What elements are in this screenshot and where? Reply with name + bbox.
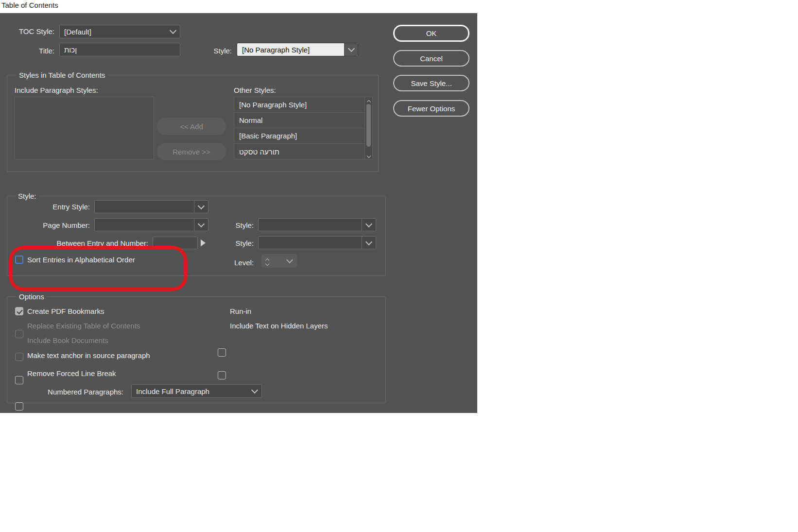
sort-entries-label: Sort Entries in Alphabetical Order — [27, 255, 135, 264]
remove-forced-line-break-label: Remove Forced Line Break — [27, 369, 116, 378]
list-item[interactable]: [Basic Paragraph] — [234, 128, 364, 144]
level-select[interactable] — [273, 254, 297, 268]
make-text-anchor-checkbox[interactable] — [15, 376, 23, 384]
toc-style-value: [Default] — [60, 25, 166, 38]
chevron-down-icon — [166, 25, 180, 38]
cancel-button[interactable]: Cancel — [393, 50, 469, 67]
create-pdf-bookmarks-checkbox[interactable] — [15, 307, 23, 315]
options-group-title: Options — [16, 292, 47, 302]
make-text-anchor-label: Make text anchor in source paragraph — [27, 351, 150, 360]
triangle-right-icon[interactable] — [201, 240, 206, 246]
include-paragraph-styles-label: Include Paragraph Styles: — [15, 86, 98, 95]
create-pdf-bookmarks-label: Create PDF Bookmarks — [27, 307, 104, 316]
window-title: Table of Contents — [1, 1, 58, 9]
chevron-down-icon[interactable] — [344, 43, 358, 56]
level-label: Level: — [214, 258, 254, 268]
chevron-down-icon — [362, 237, 376, 249]
list-item[interactable]: [No Paragraph Style] — [234, 97, 364, 113]
include-text-hidden-layers-label: Include Text on Hidden Layers — [230, 321, 328, 330]
chevron-down-icon — [286, 257, 293, 263]
include-book-documents-checkbox — [15, 353, 23, 361]
entry-style-style-label: Style: — [214, 221, 254, 230]
page-number-style-label: Style: — [214, 239, 254, 248]
numbered-paragraphs-value: Include Full Paragraph — [132, 385, 248, 397]
between-entry-number-label: Between Entry and Number: — [10, 239, 148, 248]
entry-style-style-select[interactable] — [258, 218, 376, 231]
paragraph-style-select[interactable]: [No Paragraph Style] — [237, 43, 358, 56]
sort-entries-checkbox[interactable] — [15, 256, 23, 264]
level-control[interactable] — [261, 254, 297, 268]
include-text-hidden-layers-checkbox[interactable] — [218, 371, 226, 379]
chevron-down-icon[interactable] — [265, 261, 269, 265]
scrollbar-thumb[interactable] — [366, 104, 371, 147]
title-value: תוכן — [64, 46, 77, 54]
add-button[interactable]: << Add — [157, 118, 226, 135]
entry-style-select[interactable] — [94, 200, 208, 213]
entry-style-style-value — [259, 219, 362, 231]
fewer-options-button[interactable]: Fewer Options — [393, 100, 469, 117]
other-styles-label: Other Styles: — [234, 86, 276, 95]
between-entry-number-input[interactable] — [153, 237, 198, 249]
paragraph-style-value: [No Paragraph Style] — [237, 43, 344, 56]
paragraph-style-label: Style: — [187, 46, 232, 56]
chevron-down-icon — [194, 201, 208, 213]
replace-existing-toc-label: Replace Existing Table of Contents — [27, 321, 140, 330]
level-stepper[interactable] — [261, 254, 273, 268]
run-in-label: Run-in — [230, 307, 251, 316]
title-input[interactable]: תוכן — [59, 43, 180, 56]
scroll-up-icon[interactable] — [366, 100, 370, 104]
styles-in-toc-group-title: Styles in Table of Contents — [16, 70, 108, 80]
style-group: Style: Entry Style: Page Number: Between… — [7, 196, 386, 276]
style-group-title: Style: — [15, 191, 39, 201]
options-group: Options Create PDF Bookmarks Replace Exi… — [7, 296, 386, 403]
page-number-style-select[interactable] — [258, 236, 376, 249]
page-number-label: Page Number: — [30, 221, 90, 230]
run-in-checkbox[interactable] — [218, 348, 226, 357]
entry-style-label: Entry Style: — [30, 202, 90, 212]
entry-style-value — [95, 201, 194, 213]
styles-in-toc-group: Styles in Table of Contents Include Para… — [7, 75, 379, 172]
chevron-down-icon — [362, 219, 376, 231]
page-number-value — [95, 219, 194, 231]
save-style-button[interactable]: Save Style... — [393, 75, 469, 91]
replace-existing-toc-checkbox — [15, 330, 23, 338]
toc-style-select[interactable]: [Default] — [59, 25, 180, 38]
title-label: Title: — [9, 46, 54, 56]
remove-forced-line-break-checkbox[interactable] — [15, 402, 23, 411]
other-styles-list: [No Paragraph Style] Normal [Basic Parag… — [234, 97, 373, 159]
chevron-down-icon — [248, 385, 261, 397]
include-book-documents-label: Include Book Documents — [27, 336, 108, 345]
chevron-down-icon — [194, 219, 208, 231]
numbered-paragraphs-select[interactable]: Include Full Paragraph — [131, 384, 262, 398]
page-number-select[interactable] — [94, 218, 208, 231]
scrollbar[interactable] — [364, 97, 372, 159]
scroll-down-icon[interactable] — [366, 154, 370, 158]
toc-style-label: TOC Style: — [9, 27, 54, 36]
remove-button[interactable]: Remove >> — [157, 143, 226, 160]
list-item[interactable]: Normal — [234, 113, 364, 128]
list-item[interactable]: טקסט הערות — [234, 144, 364, 159]
numbered-paragraphs-label: Numbered Paragraphs: — [20, 387, 123, 397]
page-number-style-value — [259, 237, 362, 249]
include-paragraph-styles-list[interactable] — [15, 97, 154, 159]
ok-button[interactable]: OK — [393, 25, 469, 42]
